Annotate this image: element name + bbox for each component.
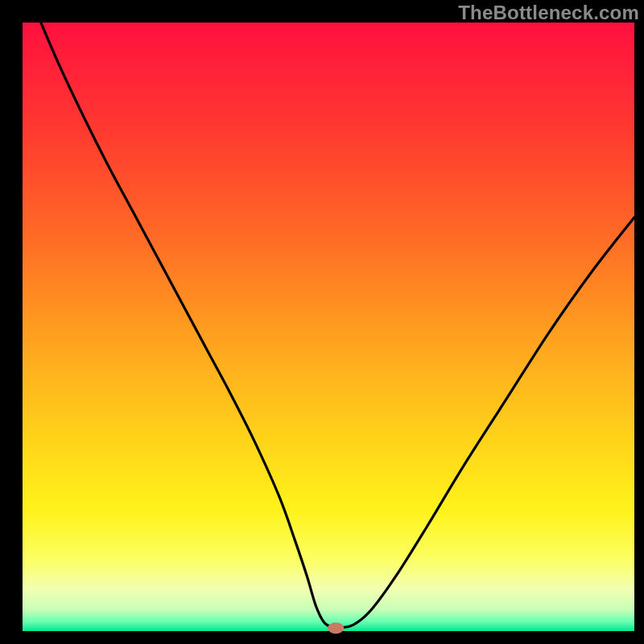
gradient-background <box>23 23 634 631</box>
chart-container: TheBottleneck.com <box>0 0 644 644</box>
optimal-point-marker <box>328 622 344 634</box>
watermark-text: TheBottleneck.com <box>458 2 639 24</box>
bottleneck-plot <box>0 0 644 644</box>
